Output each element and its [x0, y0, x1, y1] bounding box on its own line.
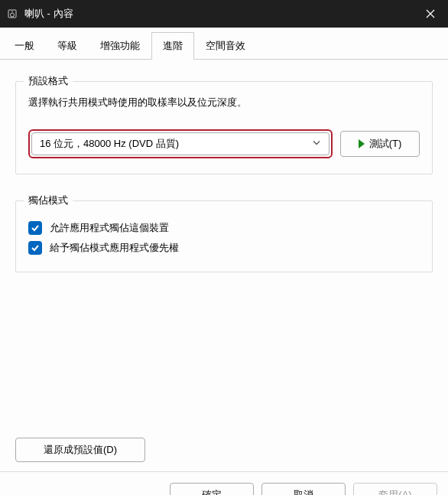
tab-general[interactable]: 一般 — [3, 32, 46, 59]
play-icon — [359, 139, 365, 148]
cancel-label: 取消 — [294, 488, 313, 496]
label-allow-exclusive: 允許應用程式獨佔這個裝置 — [50, 221, 169, 235]
tab-enhancements[interactable]: 增強功能 — [89, 32, 151, 59]
test-button-label: 測試(T) — [369, 137, 402, 151]
chevron-down-icon — [312, 138, 321, 150]
close-button[interactable] — [413, 0, 448, 28]
default-format-desc: 選擇執行共用模式時使用的取樣率以及位元深度。 — [28, 96, 420, 109]
test-button[interactable]: 測試(T) — [340, 131, 420, 157]
svg-point-2 — [11, 11, 13, 12]
svg-point-1 — [11, 13, 15, 17]
ok-button[interactable]: 確定 — [170, 483, 254, 496]
sample-rate-value: 16 位元，48000 Hz (DVD 品質) — [40, 137, 179, 151]
restore-defaults-button[interactable]: 還原成預設值(D) — [15, 438, 145, 462]
cancel-button[interactable]: 取消 — [261, 483, 346, 496]
checkbox-allow-exclusive[interactable] — [28, 221, 42, 235]
check-icon — [31, 223, 40, 233]
label-exclusive-priority: 給予獨佔模式應用程式優先權 — [50, 241, 179, 255]
group-default-format: 預設格式 選擇執行共用模式時使用的取樣率以及位元深度。 16 位元，48000 … — [15, 81, 433, 174]
ok-label: 確定 — [202, 488, 222, 496]
window-title: 喇叭 - 內容 — [24, 7, 413, 21]
apply-label: 套用(A) — [378, 488, 411, 496]
tab-levels[interactable]: 等級 — [46, 32, 89, 59]
sample-rate-select[interactable]: 16 位元，48000 Hz (DVD 品質) — [31, 132, 330, 155]
checkbox-exclusive-priority[interactable] — [28, 241, 42, 255]
restore-defaults-label: 還原成預設值(D) — [44, 443, 117, 457]
close-icon — [426, 9, 435, 18]
tab-bar: 一般 等級 增強功能 進階 空間音效 — [0, 32, 448, 60]
group-legend-exclusive: 獨佔模式 — [24, 194, 73, 207]
tab-spatial[interactable]: 空間音效 — [194, 32, 257, 59]
speaker-icon — [6, 8, 18, 20]
group-exclusive-mode: 獨佔模式 允許應用程式獨佔這個裝置 給予獨佔模式應用程式優先權 — [15, 200, 433, 272]
group-legend-default-format: 預設格式 — [24, 74, 73, 88]
apply-button: 套用(A) — [353, 483, 437, 496]
dialog-footer: 確定 取消 套用(A) — [0, 471, 448, 495]
titlebar: 喇叭 - 內容 — [0, 0, 448, 28]
check-icon — [31, 243, 40, 252]
sample-rate-select-highlight: 16 位元，48000 Hz (DVD 品質) — [28, 129, 333, 158]
tab-advanced[interactable]: 進階 — [151, 32, 194, 60]
tab-content: 預設格式 選擇執行共用模式時使用的取樣率以及位元深度。 16 位元，48000 … — [0, 60, 448, 471]
